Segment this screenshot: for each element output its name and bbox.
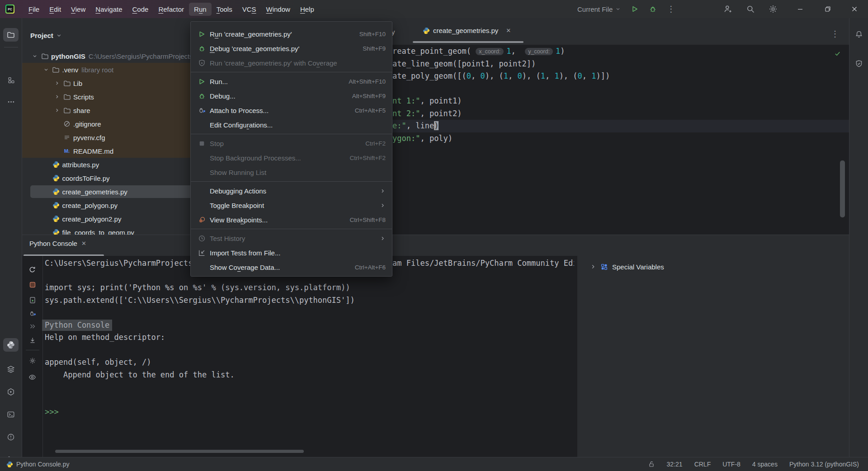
search-icon[interactable]	[746, 5, 755, 14]
tree-chevron-icon[interactable]	[53, 147, 61, 155]
shield-icon[interactable]	[851, 57, 867, 71]
menubar-item[interactable]: View	[66, 3, 90, 16]
menubar-item[interactable]: Help	[295, 3, 319, 16]
menubar-item[interactable]: Window	[261, 3, 295, 16]
tree-chevron-icon[interactable]	[53, 120, 61, 127]
tab-close-icon[interactable]: ✕	[506, 27, 511, 34]
status-widget[interactable]: Python 3.12 (pythonGIS)	[789, 461, 859, 468]
menu-item[interactable]: Run 'create_geometries.py' Shift+F10	[191, 27, 392, 41]
tree-chevron-icon[interactable]	[42, 161, 50, 168]
project-panel-header[interactable]: Project	[30, 29, 62, 42]
rerun-icon[interactable]	[28, 264, 38, 274]
settings-icon[interactable]	[769, 5, 778, 14]
console-hscrollbar-thumb[interactable]	[55, 450, 304, 453]
strip-divider	[4, 47, 18, 47]
menu-item[interactable]: Import Tests from File...	[191, 245, 392, 260]
tree-chevron-icon[interactable]	[53, 80, 61, 87]
editor-tab-active[interactable]: create_geometries.py ✕	[409, 18, 511, 43]
menu-item[interactable]: Toggle Breakpoint	[191, 198, 392, 212]
more-tools-icon[interactable]	[3, 95, 19, 108]
menu-item[interactable]	[191, 181, 392, 182]
menu-item[interactable]: Run... Alt+Shift+F10	[191, 74, 392, 89]
console-settings-icon[interactable]	[28, 356, 38, 366]
python-console[interactable]: C:\Users\Sergius\PycharmProjects am File…	[22, 256, 574, 457]
stop-icon[interactable]	[28, 280, 38, 290]
menu-item[interactable]: Run 'create_geometries.py' with Coverage	[191, 56, 392, 70]
menu-item[interactable]: View Breakpoints... Ctrl+Shift+F8	[191, 212, 392, 227]
code-line: reate_point_geom( x_coord:1, y_coord:1)	[392, 45, 610, 58]
tree-chevron-icon[interactable]	[53, 93, 61, 100]
menu-item[interactable]	[191, 72, 392, 72]
services-tool-icon[interactable]	[3, 385, 19, 399]
menu-item-label: Debugging Actions	[210, 187, 266, 195]
menubar-item[interactable]: Refactor	[153, 3, 189, 16]
minimize-button[interactable]	[790, 0, 811, 18]
menu-item[interactable]: Test History	[191, 231, 392, 245]
menu-item-icon	[198, 121, 206, 129]
status-widget[interactable]: CRLF	[694, 461, 711, 468]
menu-item[interactable]	[191, 134, 392, 134]
tree-chevron-icon[interactable]	[31, 52, 39, 60]
execute-icon[interactable]	[28, 321, 38, 331]
menubar-item[interactable]: VCS	[237, 3, 261, 16]
status-file[interactable]: Python Console.py	[6, 461, 70, 468]
tree-chevron-icon[interactable]	[42, 229, 50, 235]
menubar-item[interactable]: File	[24, 3, 44, 16]
add-user-icon[interactable]	[723, 5, 732, 14]
menubar-item[interactable]: Navigate	[90, 3, 127, 16]
tree-chevron-icon[interactable]	[53, 134, 61, 141]
menu-item[interactable]: Stop Ctrl+F2	[191, 136, 392, 151]
menu-item[interactable]: Attach to Process... Ctrl+Alt+F5	[191, 103, 392, 118]
scroll-to-end-icon[interactable]	[28, 335, 38, 345]
project-tool-icon[interactable]	[3, 28, 19, 42]
special-variables-header[interactable]: Special Variables	[590, 260, 664, 273]
debug-button[interactable]	[649, 5, 657, 13]
menubar-item[interactable]: Run	[189, 3, 212, 16]
lock-icon[interactable]	[648, 461, 655, 468]
python-packages-tool-icon[interactable]	[3, 363, 19, 376]
menu-item[interactable]: Stop Background Processes... Ctrl+Shift+…	[191, 151, 392, 165]
code-area[interactable]: reate_point_geom( x_coord:1, y_coord:1)a…	[392, 45, 610, 145]
menu-item[interactable]: Debug 'create_geometries.py' Shift+F9	[191, 41, 392, 56]
more-actions-button[interactable]: ⋮	[667, 4, 675, 14]
tree-chevron-icon[interactable]	[42, 202, 50, 209]
problems-tool-icon[interactable]	[3, 430, 19, 444]
tab-options-icon[interactable]: ⋮	[831, 29, 839, 39]
tree-chevron-icon[interactable]	[53, 107, 61, 114]
editor-scrollbar-thumb[interactable]	[840, 160, 845, 217]
tree-chevron-icon[interactable]	[42, 66, 50, 73]
notifications-bell-icon[interactable]	[851, 28, 867, 41]
menu-item[interactable]	[191, 229, 392, 229]
menu-item[interactable]: Show Running List	[191, 165, 392, 179]
menu-item-icon	[198, 59, 206, 67]
inspections-ok-icon[interactable]	[834, 50, 841, 57]
tree-chevron-icon[interactable]	[42, 215, 50, 222]
menu-item[interactable]: Debug... Alt+Shift+F9	[191, 89, 392, 103]
menu-item[interactable]: Edit Configurations...	[191, 118, 392, 132]
status-widget[interactable]: UTF-8	[722, 461, 741, 468]
attach-debugger-icon[interactable]	[28, 309, 38, 319]
status-widget[interactable]: 4 spaces	[752, 461, 778, 468]
editor[interactable]: y create_geometries.py ✕ ⋮ reate_point_g…	[381, 18, 849, 235]
status-widget[interactable]: 32:21	[667, 461, 683, 468]
tab-close-icon[interactable]: ✕	[81, 240, 86, 247]
run-config-selector[interactable]: Current File	[577, 5, 621, 13]
restore-button[interactable]	[817, 0, 838, 18]
structure-tool-icon[interactable]	[3, 73, 19, 87]
show-variables-icon[interactable]	[28, 372, 38, 382]
python-console-tab[interactable]: Python Console ✕	[29, 240, 86, 247]
tree-chevron-icon[interactable]	[42, 174, 50, 182]
menubar-item[interactable]: Code	[127, 3, 154, 16]
menubar-item[interactable]: Edit	[44, 3, 66, 16]
menu-item[interactable]: Debugging Actions	[191, 184, 392, 198]
console-output[interactable]: import sys; print('Python %s on %s' % (s…	[45, 282, 355, 419]
python-console-tool-icon[interactable]	[3, 338, 19, 352]
terminal-tool-icon[interactable]	[3, 408, 19, 421]
run-button[interactable]	[631, 5, 639, 13]
menubar-items: FileEditViewNavigateCodeRefactorRunTools…	[24, 0, 319, 18]
tree-chevron-icon[interactable]	[42, 188, 50, 195]
menu-item[interactable]: Show Coverage Data... Ctrl+Alt+F6	[191, 260, 392, 274]
menubar-item[interactable]: Tools	[212, 3, 237, 16]
run-file-in-console-icon[interactable]	[28, 295, 38, 305]
close-button[interactable]	[844, 0, 865, 18]
